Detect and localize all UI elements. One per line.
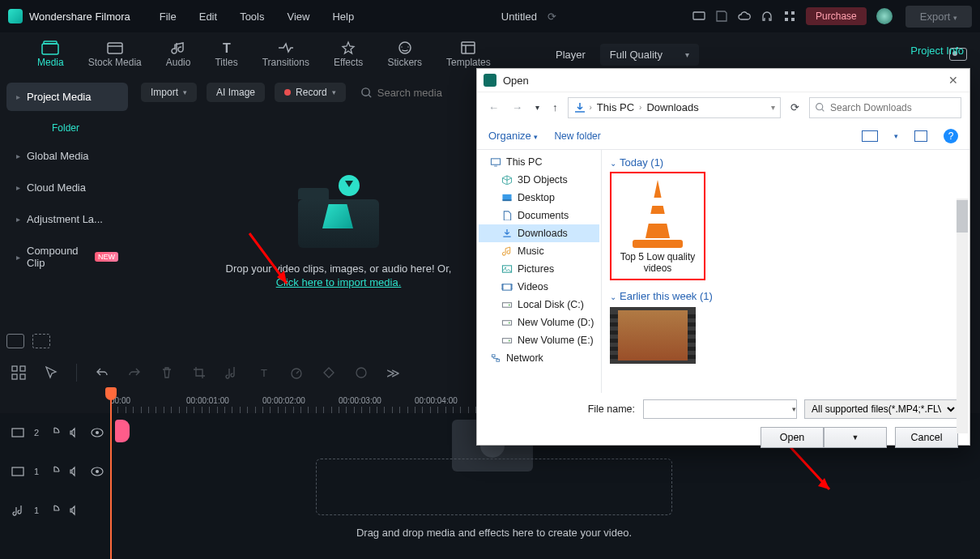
cancel-button[interactable]: Cancel: [895, 427, 958, 448]
video-track-1[interactable]: 1: [0, 452, 110, 491]
view-mode-icon[interactable]: [862, 130, 878, 142]
record-button[interactable]: Record▾: [275, 83, 346, 102]
quality-selector[interactable]: Full Quality▾: [600, 44, 699, 66]
tree-videos[interactable]: Videos: [479, 278, 599, 296]
audio-edit-icon[interactable]: [224, 365, 239, 380]
tree-music[interactable]: Music: [479, 242, 599, 260]
audio-track-1[interactable]: 1: [0, 491, 110, 530]
document-title[interactable]: Untitled: [501, 11, 537, 23]
menu-file[interactable]: File: [160, 11, 177, 23]
video-track-2[interactable]: 2: [0, 413, 110, 452]
redo-icon[interactable]: [127, 365, 142, 380]
tab-audio[interactable]: Audio: [166, 41, 191, 68]
tab-transitions[interactable]: Transitions: [262, 41, 309, 68]
tree-pictures[interactable]: Pictures: [479, 260, 599, 278]
sync-status-icon: ⟳: [548, 11, 556, 23]
account-avatar-icon[interactable]: [876, 8, 893, 24]
speed-icon[interactable]: [289, 365, 304, 380]
timeline-drop-zone[interactable]: [316, 459, 672, 515]
menu-tools[interactable]: Tools: [240, 11, 264, 23]
address-bar[interactable]: › This PC › Downloads ▾: [568, 97, 782, 118]
pointer-icon[interactable]: [44, 365, 58, 380]
apps-grid-icon[interactable]: [783, 10, 796, 23]
folder-subnode[interactable]: Folder: [6, 114, 128, 139]
refresh-icon[interactable]: ⟳: [787, 101, 803, 113]
headphones-icon[interactable]: [761, 10, 773, 23]
tree-documents[interactable]: Documents: [479, 207, 599, 224]
group-earlier[interactable]: ⌄Earlier this week (1): [610, 290, 961, 302]
new-folder-icon[interactable]: [32, 334, 50, 348]
tab-templates[interactable]: Templates: [446, 41, 491, 68]
import-button[interactable]: Import▾: [141, 83, 197, 102]
cloud-icon[interactable]: [738, 10, 751, 23]
playhead[interactable]: [110, 389, 112, 559]
undo-icon[interactable]: [95, 365, 109, 380]
open-dropdown-icon[interactable]: ▼: [824, 427, 887, 448]
scrollbar[interactable]: [957, 198, 968, 433]
nav-back-icon[interactable]: ←: [485, 101, 502, 113]
purchase-button[interactable]: Purchase: [806, 7, 867, 25]
project-info-link[interactable]: Project Info: [910, 45, 964, 57]
tree-this-pc[interactable]: This PC: [479, 153, 599, 171]
breadcrumb-dropdown-icon[interactable]: ▾: [771, 103, 775, 112]
side-cloud-media[interactable]: ▸Cloud Media: [6, 173, 128, 202]
breadcrumb-this-pc[interactable]: This PC: [595, 101, 636, 113]
save-icon[interactable]: [715, 10, 728, 23]
nav-up-icon[interactable]: ↑: [549, 101, 561, 113]
file-item-video[interactable]: [610, 307, 696, 364]
svg-point-9: [399, 42, 411, 53]
delete-icon[interactable]: [160, 365, 174, 380]
tab-effects[interactable]: Effects: [334, 41, 363, 68]
tab-stickers[interactable]: Stickers: [387, 41, 422, 68]
side-adjustment-layer[interactable]: ▸Adjustment La...: [6, 205, 128, 233]
menu-view[interactable]: View: [287, 11, 309, 23]
tree-desktop[interactable]: Desktop: [479, 189, 599, 207]
dialog-search[interactable]: [809, 97, 961, 118]
svg-point-22: [96, 431, 99, 434]
search-icon: [360, 87, 373, 99]
text-tool-icon[interactable]: T: [257, 365, 271, 380]
tree-new-volume-e-[interactable]: New Volume (E:): [479, 331, 599, 349]
desktop-icon: [501, 193, 513, 203]
color-icon[interactable]: [354, 365, 369, 380]
project-media-node[interactable]: ▸Project Media: [6, 83, 128, 111]
help-icon[interactable]: ?: [944, 129, 958, 143]
filename-input[interactable]: [643, 399, 797, 419]
dialog-close-icon[interactable]: ✕: [944, 74, 963, 87]
breadcrumb-downloads[interactable]: Downloads: [645, 101, 700, 113]
open-button[interactable]: Open: [761, 427, 824, 448]
keyframe-icon[interactable]: [322, 365, 336, 380]
crop-icon[interactable]: [192, 365, 207, 380]
tree-local-disk-c-[interactable]: Local Disk (C:): [479, 296, 599, 314]
side-global-media[interactable]: ▸Global Media: [6, 142, 128, 170]
tab-stock-media[interactable]: Stock Media: [88, 41, 142, 68]
nav-recent-icon[interactable]: ▾: [532, 103, 543, 112]
file-item-selected[interactable]: Top 5 Low quality videos: [610, 172, 705, 280]
preview-pane-icon[interactable]: [914, 130, 927, 142]
pic-icon: [501, 264, 513, 274]
tree-new-volume-d-[interactable]: New Volume (D:): [479, 314, 599, 331]
export-button[interactable]: Export ▾: [905, 6, 972, 28]
organize-menu[interactable]: Organize ▾: [488, 130, 538, 142]
menu-edit[interactable]: Edit: [199, 11, 217, 23]
new-folder-button[interactable]: New folder: [554, 130, 600, 142]
svg-rect-2: [791, 11, 795, 15]
dialog-search-input[interactable]: [830, 102, 956, 113]
group-today[interactable]: ⌄Today (1): [610, 156, 961, 169]
tab-titles[interactable]: TTitles: [215, 41, 237, 68]
track-marker[interactable]: [115, 420, 130, 442]
tree-network[interactable]: Network: [479, 349, 599, 367]
ai-image-button[interactable]: AI Image: [207, 83, 265, 102]
layout-icon[interactable]: [11, 365, 26, 380]
menu-help[interactable]: Help: [332, 11, 354, 23]
import-media-link[interactable]: Click here to import media.: [276, 276, 402, 288]
side-compound-clip[interactable]: ▸Compound ClipNEW: [6, 237, 128, 277]
tree-3d-objects[interactable]: 3D Objects: [479, 171, 599, 189]
filetype-select[interactable]: All supported files(*.MP4;*.FLV;: [804, 399, 958, 419]
filename-dropdown-icon[interactable]: ▾: [792, 405, 796, 413]
new-bin-icon[interactable]: [6, 334, 24, 348]
tree-downloads[interactable]: Downloads: [479, 224, 599, 242]
device-icon[interactable]: [692, 10, 705, 23]
tab-media[interactable]: Media: [37, 41, 64, 68]
more-tools-icon[interactable]: ≫: [386, 365, 401, 380]
